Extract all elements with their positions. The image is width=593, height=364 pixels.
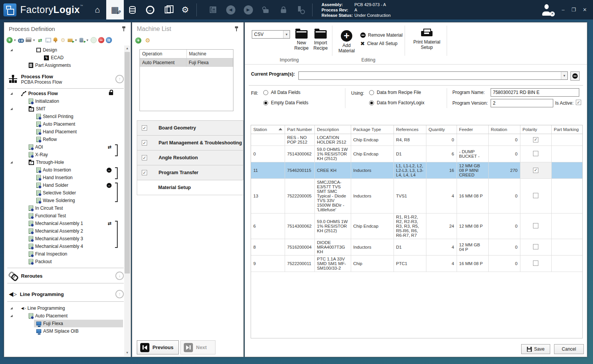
tree-item-asm-siplace-oib[interactable]: ASM Siplace OIB [4, 327, 123, 335]
remove-program-button[interactable] [570, 71, 580, 81]
tree-item-ecad[interactable]: ϟECAD [4, 54, 123, 61]
save-button[interactable]: Save [521, 344, 550, 354]
bell-icon[interactable] [52, 37, 58, 43]
pin-icon[interactable] [122, 26, 126, 32]
transfer-icon[interactable]: ↔ [141, 0, 159, 19]
column-header-references[interactable]: References [394, 125, 426, 134]
section-checkbox[interactable]: ✓ [142, 125, 147, 131]
tree-item-mechanical-assembly-1[interactable]: Mechanical Assembly 1⇄ [4, 220, 123, 227]
tree-item-fuji-flexa[interactable]: Fuji Flexa [4, 320, 123, 327]
polarity-checkbox[interactable]: ✓ [533, 137, 538, 142]
column-header-station[interactable]: Station [251, 125, 285, 134]
material-row[interactable]: 0751430006259.0 OHMS 1W 1% RESISTOR KH (… [251, 146, 582, 162]
tree-item-smt[interactable]: ✓SMT [4, 105, 123, 113]
tree-item-x-ray[interactable]: X-Ray [4, 151, 123, 159]
polarity-checkbox[interactable] [533, 223, 538, 228]
format-select[interactable]: CSV▼ [252, 30, 290, 39]
section-checkbox[interactable]: ✓ [142, 170, 147, 175]
material-row[interactable]: 87516200004DIODE MRA4007T3G KHInductorsD… [251, 239, 582, 255]
tree-item-functional-test[interactable]: Functional Test [4, 212, 123, 220]
new-recipe-button[interactable]: New Recipe [292, 30, 311, 51]
previous-button[interactable]: Previous [137, 340, 179, 354]
tree-item-final-inspection[interactable]: Final Inspection [4, 250, 123, 258]
material-row[interactable]: RES - NO POP 2512LOCATION HOLDER 2512Chi… [251, 134, 582, 146]
gear-icon[interactable]: ⚙ [60, 37, 66, 43]
tree-item-aoi[interactable]: AOI⇄ [4, 143, 123, 151]
expander-icon[interactable] [10, 161, 13, 163]
tree-item-selective-solder[interactable]: Selective Solder [4, 189, 123, 197]
chevron-down-icon[interactable]: ▼ [75, 39, 78, 42]
chevron-down-icon[interactable]: ▼ [32, 39, 36, 42]
clear-all-setup-button[interactable]: ✖ Clear All Setup [360, 39, 403, 48]
collapse-section-icon[interactable]: ↑ [115, 75, 124, 83]
setup-section-material-setup[interactable]: Material Setup [137, 180, 243, 195]
machine-table-header[interactable]: Operation [140, 50, 187, 58]
line-programming-section-header[interactable]: ◀▷ Line Programming ↑ [4, 288, 124, 300]
tree-item-auto-placement[interactable]: Auto Placement [4, 120, 123, 128]
sync-icon[interactable]: ⇄ [37, 37, 43, 43]
tree-item-in-circuit-test[interactable]: In Circuit Test [4, 204, 123, 212]
tree-item-hand-placement[interactable]: Hand Placement [4, 128, 123, 136]
material-row[interactable]: 117546200115CREE KHInductorsL1, L1-L2, L… [251, 162, 582, 178]
column-header-part-number[interactable]: Part Number [285, 125, 314, 134]
tree-item-initialization[interactable]: Initialization [4, 97, 123, 105]
tree-item-auto-insertion[interactable]: Auto Insertion↔ [4, 166, 123, 174]
polarity-checkbox[interactable] [533, 151, 538, 156]
tree-item-through-hole[interactable]: ✓Through-Hole [4, 159, 123, 166]
tree-item-design[interactable]: Design [4, 46, 123, 54]
remove-material-button[interactable]: Remove Material [360, 31, 403, 39]
column-header-rotation[interactable]: Rotation [488, 125, 520, 134]
remove-icon[interactable]: − [98, 37, 104, 43]
database-delete-icon[interactable]: ▸ [79, 37, 85, 43]
setup-section-angle-resolution[interactable]: ✓Angle Resolution [137, 150, 243, 165]
user-icon[interactable]: ✕ [541, 4, 552, 16]
add-machine-icon[interactable]: + [135, 37, 141, 44]
print-icon[interactable] [26, 37, 32, 43]
tree-item-reflow[interactable]: Reflow [4, 136, 123, 143]
pin-icon[interactable] [234, 26, 239, 32]
column-header-package-type[interactable]: Package Type [351, 125, 394, 134]
add-material-button[interactable]: + Add Material [336, 30, 357, 53]
chevron-down-icon[interactable]: ▼ [86, 39, 89, 42]
tree-scrollbar[interactable]: ▲ ▼ [124, 45, 130, 356]
materials-icon[interactable] [124, 0, 141, 19]
polarity-checkbox[interactable] [533, 193, 538, 198]
collapse-section-icon[interactable]: ↑ [115, 290, 124, 298]
column-header-description[interactable]: Description [314, 125, 351, 134]
tree-item-part-assignments[interactable]: Part Assignments [4, 61, 123, 69]
pause-icon[interactable] [106, 37, 112, 43]
tree-item-hand-insertion[interactable]: Hand Insertion [4, 174, 123, 181]
chevron-down-icon[interactable]: ▼ [13, 39, 16, 42]
export-icon[interactable]: ▸ [68, 37, 74, 43]
material-row[interactable]: 6751430006259.0 OHMS 1W 1% RESISTOR KH (… [251, 213, 582, 239]
tree-item-mechanical-assembly-3[interactable]: Mechanical Assembly 3 [4, 235, 123, 243]
current-programs-select[interactable]: ▼ [298, 71, 568, 80]
radio-data-from-factorylogix[interactable]: Data from FactoryLogix [369, 100, 424, 105]
import-recipe-button[interactable]: Import Recipe [311, 30, 330, 51]
column-header-feeder[interactable]: Feeder [457, 125, 488, 134]
expander-icon[interactable] [10, 307, 13, 309]
program-version-input[interactable]: 2 [491, 99, 553, 107]
polarity-checkbox[interactable] [533, 244, 538, 249]
cancel-button[interactable]: Cancel [554, 344, 584, 354]
documents-icon[interactable] [159, 0, 177, 19]
tree-item-process-flow[interactable]: Process Flow [4, 90, 123, 97]
expander-icon[interactable] [10, 108, 13, 110]
column-header-part-marking[interactable]: Part Marking [551, 125, 582, 134]
machine-settings-icon[interactable]: ⚙ [145, 37, 150, 44]
radio-empty-data-fields[interactable]: Empty Data Fields [263, 100, 308, 105]
column-header-polarity[interactable]: Polarity [520, 125, 551, 134]
tree-item-wave-soldering[interactable]: Wave Soldering [4, 197, 123, 204]
maximize-button[interactable]: ❐ [571, 7, 576, 13]
tree-item-mechanical-assembly-2[interactable]: Mechanical Assembly 2 [4, 227, 123, 235]
process-editor-icon[interactable]: ▦✎ [106, 0, 124, 19]
setup-section-board-geometry[interactable]: ✓Board Geometry [137, 120, 243, 136]
print-material-setup-button[interactable]: Print Material Setup [410, 28, 444, 50]
program-name-input[interactable]: 7580300271 RD BIN E [491, 88, 579, 97]
is-active-checkbox[interactable]: ✓ [576, 100, 581, 105]
machine-row[interactable]: Auto PlacementFuji Flexa [140, 58, 233, 67]
material-row[interactable]: 97522200011PTC 1.1A 33V SMD SM1 MF-SM100… [251, 255, 582, 272]
expand-section-icon[interactable]: ↓ [115, 272, 124, 280]
home-icon[interactable]: ⌂ [89, 0, 106, 19]
column-header-quantity[interactable]: Quantity [426, 125, 457, 134]
